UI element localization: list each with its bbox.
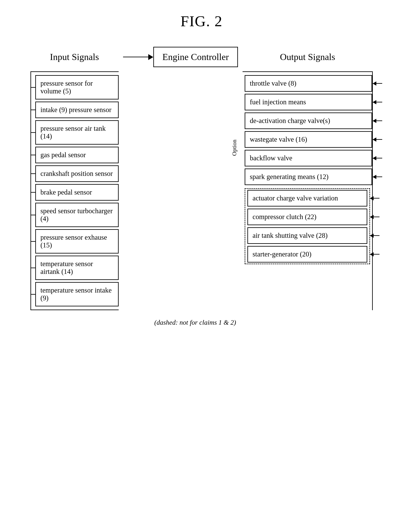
output-signal-box: throttle valve (8) (245, 75, 372, 92)
arrow-line (376, 158, 382, 158)
dashed-signal-box: actuator charge valve variation (247, 190, 367, 207)
input-signal-box: crankshaft position sensor (35, 165, 119, 182)
left-tick (31, 268, 35, 268)
arrow-head-icon (148, 54, 153, 60)
left-tick (31, 87, 35, 88)
arrow-head-icon (370, 196, 374, 200)
list-item: pressure sensor exhause (15) (31, 229, 119, 253)
list-item: pressure sensor for volume (5) (31, 75, 119, 100)
page: FIG. 2 Input Signals Engine Controller O… (0, 0, 403, 326)
output-item: spark generating means (12) (243, 169, 372, 185)
engine-controller-box: Engine Controller (153, 47, 238, 67)
arrow-head-icon (373, 82, 376, 86)
dashed-output-item: actuator charge valve variation (245, 190, 369, 207)
footnote: (dashed: not for claims 1 & 2) (18, 319, 385, 326)
dashed-output-section: actuator charge valve variation compress… (245, 188, 370, 264)
input-signal-box: pressure sensor for volume (5) (35, 75, 119, 100)
input-signal-box: pressure sensor exhause (15) (35, 229, 119, 253)
arrow-line (123, 57, 148, 57)
arrow-head-icon (370, 215, 374, 219)
output-arrow-1 (373, 100, 382, 104)
arrow-head-icon (373, 100, 376, 104)
page-title: FIG. 2 (0, 0, 403, 47)
arrow-head-icon (373, 156, 376, 160)
left-tick (31, 173, 35, 174)
left-tick (31, 132, 35, 133)
output-signal-box: backflow valve (245, 150, 372, 166)
list-item: temperature sensor airtank (14) (31, 256, 119, 280)
arrow-line (374, 198, 379, 198)
input-signals-container: pressure sensor for volume (5) intake (9… (30, 71, 119, 310)
arrow-line (376, 139, 382, 140)
left-tick (31, 109, 35, 110)
arrow-head-icon (370, 252, 374, 256)
dashed-output-item: air tank shutting valve (28) (245, 227, 369, 244)
arrow-head-icon (373, 119, 376, 123)
input-signal-box: brake pedal sensor (35, 184, 119, 201)
output-signal-box: wastegate valve (16) (245, 131, 372, 148)
output-signals-label: Output Signals (243, 52, 373, 62)
arrow-head-icon (373, 138, 376, 142)
input-signal-box: temperature sensor intake (9) (35, 282, 119, 306)
arrow-line (374, 217, 379, 217)
dashed-signal-box: starter-generator (20) (247, 246, 367, 263)
option-label: Option (231, 139, 238, 156)
arrow-line (376, 83, 382, 84)
list-item: brake pedal sensor (31, 184, 119, 201)
list-item: crankshaft position sensor (31, 165, 119, 182)
dashed-signal-box: compressor clutch (22) (247, 209, 367, 225)
list-item: speed sensor turbocharger (4) (31, 203, 119, 227)
list-item: gas pedal sensor (31, 147, 119, 163)
input-signal-box: intake (9) pressure sensor (35, 101, 119, 118)
output-signals-container: throttle valve (8) fuel injection means … (243, 71, 373, 310)
input-signal-box: speed sensor turbocharger (4) (35, 203, 119, 227)
output-item: backflow valve (243, 150, 372, 166)
arrow-line (374, 235, 379, 236)
center-spacer (119, 71, 243, 310)
dashed-output-item: compressor clutch (22) (245, 209, 369, 225)
output-item: Option wastegate valve (16) (243, 131, 372, 148)
list-item: intake (9) pressure sensor (31, 101, 119, 118)
input-signal-box: gas pedal sensor (35, 147, 119, 163)
input-signals-label: Input Signals (30, 52, 119, 62)
output-signal-box: de-activation charge valve(s) (245, 113, 372, 129)
left-tick (31, 155, 35, 155)
dashed-signal-box: air tank shutting valve (28) (247, 227, 367, 244)
list-item: pressure sensor air tank (14) (31, 120, 119, 145)
arrow-line (376, 120, 382, 121)
arrow-line (376, 102, 382, 102)
output-arrow-5 (373, 175, 382, 179)
dashed-arrow-3 (370, 252, 379, 256)
output-signal-box: spark generating means (12) (245, 169, 372, 185)
output-item: de-activation charge valve(s) (243, 113, 372, 129)
arrow-line (374, 254, 379, 254)
dashed-arrow-1 (370, 215, 379, 219)
left-tick (31, 294, 35, 295)
left-tick (31, 241, 35, 242)
left-tick (31, 192, 35, 193)
output-arrow-4 (373, 156, 382, 160)
arrow-head-icon (373, 175, 376, 179)
output-signal-box: fuel injection means (245, 94, 372, 110)
output-arrow-3 (373, 138, 382, 142)
output-item: fuel injection means (243, 94, 372, 110)
arrow-head-icon (370, 234, 374, 238)
input-signal-box: temperature sensor airtank (14) (35, 256, 119, 280)
dashed-output-item: starter-generator (20) (245, 246, 369, 263)
arrow-line (376, 177, 382, 177)
dashed-arrow-0 (370, 196, 379, 200)
input-signal-box: pressure sensor air tank (14) (35, 120, 119, 145)
left-tick (31, 215, 35, 215)
dashed-arrow-2 (370, 234, 379, 238)
output-arrow-2 (373, 119, 382, 123)
output-arrow-0 (373, 82, 382, 86)
output-item: throttle valve (8) (243, 75, 372, 92)
list-item: temperature sensor intake (9) (31, 282, 119, 306)
